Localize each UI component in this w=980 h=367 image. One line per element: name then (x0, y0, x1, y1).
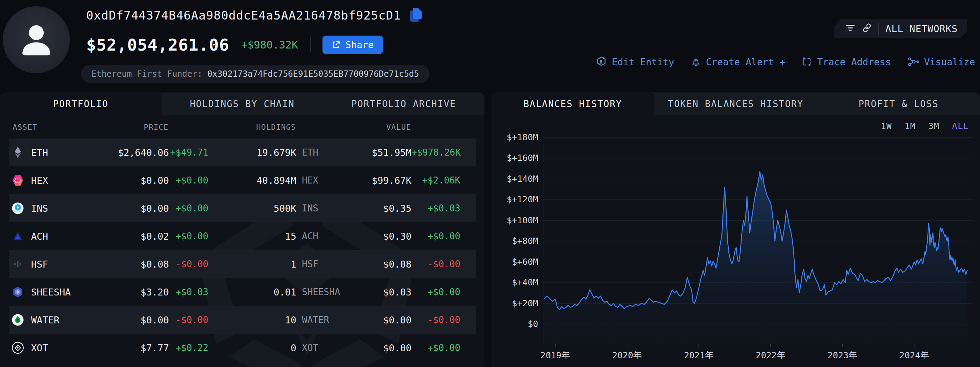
action-visualize[interactable]: Visualize (907, 56, 975, 67)
page: 0xdDf744374B46Aa980ddcE4a5AA216478bf925c… (0, 0, 980, 367)
ach-token-icon (11, 230, 24, 243)
filter-icon[interactable] (845, 23, 855, 34)
holdings-unit: SHEESHA (296, 287, 342, 297)
column-asset: ASSET (0, 123, 87, 132)
person-icon (16, 19, 57, 61)
network-selector[interactable]: ALL NETWORKS (834, 19, 967, 38)
price-cell: $0.00 (88, 175, 169, 186)
ins-token-icon (11, 202, 24, 214)
link-icon[interactable] (862, 23, 872, 35)
price-change-cell: +$0.03 (169, 287, 208, 297)
price-cell: $0.08 (88, 259, 169, 270)
share-icon (332, 40, 340, 49)
price-cell: $7.77 (88, 343, 169, 353)
table-row-eth[interactable]: ETH$2,640.06+$49.7119.679KETH$51.95M+$97… (9, 138, 476, 167)
tab-portfolio[interactable]: PORTFOLIO (0, 92, 162, 116)
divider (310, 37, 310, 52)
entity-hexagon-icon (595, 56, 607, 68)
y-axis-label: $+20M (512, 298, 538, 308)
asset-symbol: SHEESHA (31, 287, 71, 297)
action-label: Create Alert + (706, 57, 786, 67)
asset-cell: ACH (9, 230, 88, 243)
asset-cell: ETH (9, 146, 88, 159)
table-row-ins[interactable]: INS$0.00+$0.00500KINS$0.35+$0.03 (9, 194, 476, 222)
chart-panel: BALANCES HISTORYTOKEN BALANCES HISTORYPR… (492, 92, 980, 367)
holdings-cell: 0.01 (208, 287, 296, 297)
y-axis-label: $+180M (507, 132, 538, 142)
portfolio-tabs: PORTFOLIOHOLDINGS BY CHAINPORTFOLIO ARCH… (0, 92, 484, 116)
holdings-cell: 1 (208, 259, 296, 270)
table-row-water[interactable]: WATER$0.00-$0.0010WATER$0.00-$0.00 (9, 306, 476, 334)
price-cell: $0.02 (88, 231, 169, 242)
tab-profit-loss[interactable]: PROFIT & LOSS (817, 92, 980, 116)
column-price: PRICE (87, 123, 169, 132)
x-axis-label: 2019年 (540, 350, 570, 361)
asset-symbol: HSF (31, 259, 48, 270)
funder-label: Ethereum First Funder: (91, 69, 202, 79)
value-cell: $0.08 (342, 259, 412, 270)
table-row-hsf[interactable]: HSF$0.08-$0.001HSF$0.08-$0.00 (9, 250, 476, 278)
share-button[interactable]: Share (323, 36, 383, 54)
holdings-unit: WATER (296, 315, 342, 325)
bell-plus-icon (690, 56, 702, 67)
table-row-hex[interactable]: HEX$0.00+$0.0040.894MHEX$99.67K+$2.06K (9, 167, 476, 194)
tab-token-balances-history[interactable]: TOKEN BALANCES HISTORY (654, 92, 818, 116)
asset-symbol: INS (31, 203, 48, 214)
action-label: Trace Address (817, 57, 891, 67)
copy-address-icon[interactable] (410, 8, 424, 23)
price-cell: $2,640.06 (88, 147, 169, 158)
price-change-cell: -$0.00 (169, 315, 208, 325)
portfolio-panel: PORTFOLIOHOLDINGS BY CHAINPORTFOLIO ARCH… (0, 92, 484, 367)
share-label: Share (345, 40, 374, 50)
price-cell: $3.20 (88, 287, 169, 297)
price-change-cell: +$0.22 (169, 343, 208, 353)
x-axis-label: 2020年 (612, 350, 642, 361)
total-balance: $52,054,261.06 (86, 35, 229, 54)
action-trace-address[interactable]: Trace Address (801, 56, 891, 67)
asset-symbol: ETH (31, 147, 48, 158)
divider (878, 23, 879, 35)
value-change-cell: -$0.00 (412, 259, 460, 269)
y-axis-label: $0 (528, 319, 538, 329)
balance-area-fill (544, 172, 967, 344)
range-1w[interactable]: 1W (881, 121, 892, 131)
table-header: ASSET PRICE HOLDINGS VALUE (0, 116, 484, 138)
table-row-xot[interactable]: XOT$7.77+$0.220XOT$0.00+$0.00 (9, 334, 476, 362)
holdings-unit: ETH (296, 147, 342, 158)
header-actions: Edit EntityCreate Alert +Trace AddressVi… (595, 56, 975, 68)
tab-portfolio-archive[interactable]: PORTFOLIO ARCHIVE (323, 92, 484, 116)
table-row-sheesha[interactable]: SHEESHA$3.20+$0.030.01SHEESHA$0.03+$0.00 (9, 278, 476, 306)
holdings-cell: 10 (208, 315, 296, 326)
range-1m[interactable]: 1M (905, 121, 916, 131)
asset-symbol: XOT (31, 343, 48, 353)
price-change-cell: +$49.71 (169, 147, 208, 158)
hex-token-icon (11, 174, 24, 187)
balances-history-chart[interactable]: $0$+20M$+40M$+60M$+80M$+100M$+120M$+140M… (492, 116, 980, 367)
action-create-alert[interactable]: Create Alert + (690, 56, 786, 67)
asset-cell: XOT (9, 342, 88, 354)
asset-symbol: WATER (31, 315, 59, 326)
asset-table: ETH$2,640.06+$49.7119.679KETH$51.95M+$97… (0, 138, 484, 362)
network-selector-label: ALL NETWORKS (885, 23, 958, 34)
column-holdings: HOLDINGS (208, 123, 296, 132)
holdings-cell: 0 (208, 343, 296, 353)
tab-holdings-by-chain[interactable]: HOLDINGS BY CHAIN (162, 92, 323, 116)
time-range-selector: 1W1M3MALL (881, 121, 969, 131)
x-axis-label: 2024年 (899, 350, 929, 361)
holdings-cell: 500K (208, 203, 296, 214)
y-axis-label: $+80M (512, 236, 538, 246)
y-axis-label: $+40M (512, 277, 538, 288)
price-change-cell: -$0.00 (169, 259, 208, 269)
range-all[interactable]: ALL (952, 121, 969, 131)
y-axis-label: $+120M (507, 194, 538, 205)
tab-balances-history[interactable]: BALANCES HISTORY (492, 92, 654, 116)
sheesha-token-icon (11, 286, 24, 298)
water-token-icon (11, 314, 24, 326)
first-funder-pill[interactable]: Ethereum First Funder: 0x302173a74Fdc756… (81, 65, 430, 83)
action-edit-entity[interactable]: Edit Entity (595, 56, 674, 68)
x-axis-label: 2022年 (756, 350, 785, 361)
y-axis-label: $+160M (507, 153, 538, 163)
asset-cell: SHEESHA (9, 286, 88, 298)
table-row-ach[interactable]: ACH$0.02+$0.0015ACH$0.30+$0.00 (9, 222, 476, 250)
range-3m[interactable]: 3M (928, 121, 940, 131)
